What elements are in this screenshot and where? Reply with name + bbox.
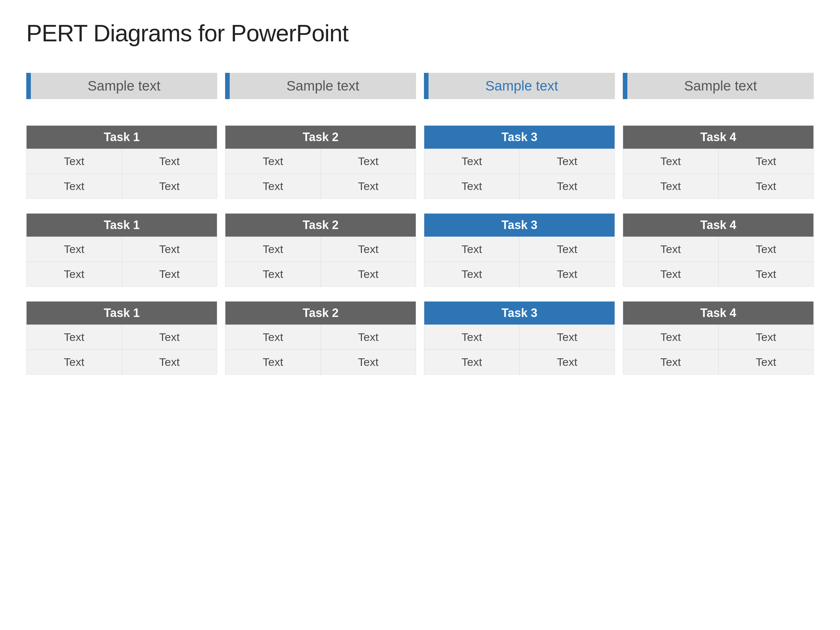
task-data-row: TextText (27, 262, 217, 286)
task-data-row: TextText (424, 174, 614, 199)
task-cell: Text (226, 350, 321, 374)
task-cell: Text (520, 350, 615, 374)
task-cell: Text (27, 262, 122, 286)
card-col-3-3: Task 3TextTextTextText (424, 301, 615, 375)
pert-diagram: Sample textSample textSample textSample … (26, 73, 814, 375)
task-card: Task 3TextTextTextText (424, 125, 615, 199)
col-header-2: Sample text (221, 73, 420, 112)
task-title-r3-c4: Task 4 (623, 302, 813, 325)
task-cell: Text (424, 237, 520, 262)
task-cell: Text (623, 174, 718, 199)
col-label-3: Sample text (428, 73, 615, 99)
task-title-r3-c1: Task 1 (27, 302, 217, 325)
task-data-row: TextText (424, 148, 614, 174)
col-header-3: Sample text (420, 73, 619, 112)
card-col-1-4: Task 4TextTextTextText (623, 125, 814, 199)
task-cell: Text (27, 325, 122, 349)
task-data-row: TextText (623, 349, 813, 374)
task-cell: Text (122, 149, 217, 174)
task-cell: Text (122, 174, 217, 199)
task-data-row: TextText (27, 237, 217, 262)
task-cell: Text (226, 174, 321, 199)
col-header-4: Sample text (619, 73, 814, 112)
task-data-row: TextText (424, 262, 614, 286)
task-data-row: TextText (27, 325, 217, 349)
task-data-row: TextText (226, 325, 416, 349)
task-cell: Text (520, 149, 615, 174)
task-cell: Text (718, 149, 814, 174)
card-col-1-2: Task 2TextTextTextText (225, 125, 416, 199)
task-card: Task 2TextTextTextText (225, 125, 416, 199)
task-title-r1-c3: Task 3 (424, 126, 614, 148)
task-cell: Text (424, 149, 520, 174)
task-cell: Text (520, 237, 615, 262)
task-row-1: Task 1TextTextTextTextTask 2TextTextText… (26, 125, 814, 199)
task-cell: Text (226, 325, 321, 349)
col-accent-4 (623, 73, 627, 99)
task-row-2: Task 1TextTextTextTextTask 2TextTextText… (26, 213, 814, 287)
task-cell: Text (623, 262, 718, 286)
task-data-row: TextText (424, 237, 614, 262)
task-data-row: TextText (226, 174, 416, 199)
task-card: Task 3TextTextTextText (424, 301, 615, 375)
card-col-1-1: Task 1TextTextTextText (26, 125, 217, 199)
task-data-row: TextText (226, 148, 416, 174)
task-cell: Text (321, 325, 416, 349)
task-data-row: TextText (623, 148, 813, 174)
task-cell: Text (520, 262, 615, 286)
col-accent-3 (424, 73, 428, 99)
task-cell: Text (27, 350, 122, 374)
task-card: Task 1TextTextTextText (26, 125, 217, 199)
col-label-4: Sample text (627, 73, 814, 99)
task-card: Task 1TextTextTextText (26, 213, 217, 287)
page-title: PERT Diagrams for PowerPoint (26, 20, 814, 47)
task-data-row: TextText (27, 148, 217, 174)
task-cell: Text (122, 262, 217, 286)
task-cell: Text (321, 262, 416, 286)
col-header-1: Sample text (26, 73, 221, 112)
task-title-r1-c2: Task 2 (226, 126, 416, 148)
task-data-row: TextText (226, 262, 416, 286)
task-cell: Text (424, 325, 520, 349)
task-cell: Text (122, 350, 217, 374)
task-cell: Text (718, 174, 814, 199)
task-cell: Text (718, 350, 814, 374)
column-headers: Sample textSample textSample textSample … (26, 73, 814, 112)
task-row-3: Task 1TextTextTextTextTask 2TextTextText… (26, 301, 814, 375)
task-cell: Text (718, 262, 814, 286)
card-col-2-3: Task 3TextTextTextText (424, 213, 615, 287)
card-col-3-4: Task 4TextTextTextText (623, 301, 814, 375)
task-cell: Text (321, 350, 416, 374)
task-card: Task 2TextTextTextText (225, 213, 416, 287)
card-col-3-2: Task 2TextTextTextText (225, 301, 416, 375)
task-data-row: TextText (27, 174, 217, 199)
task-cell: Text (226, 149, 321, 174)
task-card: Task 3TextTextTextText (424, 213, 615, 287)
task-card: Task 1TextTextTextText (26, 301, 217, 375)
card-col-2-2: Task 2TextTextTextText (225, 213, 416, 287)
task-cell: Text (27, 174, 122, 199)
task-cell: Text (623, 149, 718, 174)
task-card: Task 2TextTextTextText (225, 301, 416, 375)
task-cell: Text (424, 350, 520, 374)
task-data-row: TextText (424, 325, 614, 349)
task-data-row: TextText (623, 237, 813, 262)
task-title-r1-c4: Task 4 (623, 126, 813, 148)
task-cell: Text (520, 325, 615, 349)
task-cell: Text (718, 325, 814, 349)
col-label-1: Sample text (31, 73, 217, 99)
task-title-r3-c3: Task 3 (424, 302, 614, 325)
card-col-1-3: Task 3TextTextTextText (424, 125, 615, 199)
task-cell: Text (122, 237, 217, 262)
task-card: Task 4TextTextTextText (623, 213, 814, 287)
task-data-row: TextText (623, 262, 813, 286)
task-card: Task 4TextTextTextText (623, 301, 814, 375)
col-accent-2 (225, 73, 230, 99)
task-title-r2-c4: Task 4 (623, 214, 813, 237)
task-cell: Text (424, 174, 520, 199)
task-cell: Text (321, 174, 416, 199)
col-label-2: Sample text (230, 73, 416, 99)
task-cell: Text (226, 262, 321, 286)
task-title-r2-c3: Task 3 (424, 214, 614, 237)
task-title-r3-c2: Task 2 (226, 302, 416, 325)
